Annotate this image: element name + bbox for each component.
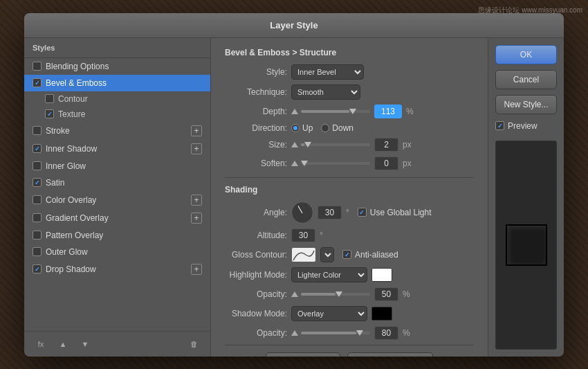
highlight-opacity-slider-track[interactable] (301, 293, 370, 296)
shadow-color-swatch[interactable] (371, 307, 392, 321)
move-up-button[interactable]: ▲ (55, 337, 71, 351)
pattern-overlay-checkbox[interactable] (33, 231, 42, 240)
size-slider-track[interactable] (301, 143, 370, 146)
sidebar-item-blending-options[interactable]: Blending Options (24, 58, 210, 75)
inner-shadow-add-button[interactable]: + (191, 143, 202, 154)
depth-slider-start[interactable] (291, 109, 298, 114)
shadow-opacity-slider-start[interactable] (291, 330, 298, 336)
soften-slider-start[interactable] (291, 161, 298, 166)
drop-shadow-add-button[interactable]: + (191, 264, 202, 275)
preview-box (495, 141, 557, 350)
altitude-unit: ° (320, 231, 323, 240)
direction-down-label: Down (332, 123, 353, 133)
stroke-checkbox[interactable] (33, 126, 42, 135)
altitude-label: Altitude: (225, 231, 287, 240)
angle-dial[interactable] (291, 201, 313, 224)
sidebar-item-stroke[interactable]: Stroke + (24, 122, 210, 140)
sidebar-item-color-overlay[interactable]: Color Overlay + (24, 191, 210, 209)
preview-checkbox[interactable] (495, 121, 504, 130)
soften-label: Soften: (225, 159, 287, 168)
section-title: Bevel & Emboss > Structure (225, 48, 474, 57)
style-row: Style: Inner Bevel Outer Bevel Emboss Pi… (225, 64, 474, 80)
gradient-overlay-checkbox[interactable] (33, 213, 42, 222)
satin-label: Satin (46, 178, 64, 188)
preview-label: Preview (508, 121, 538, 131)
depth-slider-track[interactable] (301, 110, 370, 113)
dialog-title: Layer Style (270, 20, 318, 30)
shadow-mode-row: Shadow Mode: Overlay Normal Screen Multi… (225, 306, 474, 321)
sidebar-item-contour[interactable]: Contour (24, 91, 210, 107)
soften-slider-track[interactable] (301, 162, 370, 165)
highlight-mode-select[interactable]: Lighter Color Normal Screen Multiply Ove… (291, 267, 367, 282)
outer-glow-label: Outer Glow (46, 247, 88, 257)
make-default-button[interactable]: Make Default (266, 352, 341, 357)
shadow-mode-label: Shadow Mode: (225, 309, 287, 318)
technique-row: Technique: Smooth Chisel Hard Chisel Sof… (225, 84, 474, 100)
move-down-button[interactable]: ▼ (77, 337, 93, 351)
soften-row: Soften: px (225, 156, 474, 170)
reset-to-default-button[interactable]: Reset to Default (347, 352, 433, 357)
styles-header: Styles (24, 38, 210, 58)
sidebar-item-inner-shadow[interactable]: Inner Shadow + (24, 140, 210, 158)
use-global-light-checkbox[interactable] (358, 208, 367, 217)
sidebar-item-pattern-overlay[interactable]: Pattern Overlay (24, 227, 210, 244)
inner-glow-label: Inner Glow (46, 161, 86, 171)
cancel-button[interactable]: Cancel (495, 70, 557, 89)
color-overlay-checkbox[interactable] (33, 195, 42, 204)
gradient-overlay-add-button[interactable]: + (191, 213, 202, 224)
angle-dial-indicator (298, 206, 303, 213)
delete-button[interactable]: 🗑 (185, 337, 202, 351)
size-input[interactable] (374, 138, 398, 152)
inner-glow-checkbox[interactable] (33, 161, 42, 170)
shadow-opacity-slider-track[interactable] (301, 332, 370, 334)
sidebar-item-drop-shadow[interactable]: Drop Shadow + (24, 260, 210, 278)
inner-shadow-label: Inner Shadow (46, 144, 97, 154)
blending-options-checkbox[interactable] (33, 62, 42, 71)
sidebar-item-outer-glow[interactable]: Outer Glow (24, 244, 210, 260)
sidebar-item-inner-glow[interactable]: Inner Glow (24, 158, 210, 174)
outer-glow-checkbox[interactable] (33, 247, 42, 256)
drop-shadow-checkbox[interactable] (33, 264, 42, 273)
watermark-text: 思缘设计论坛 www.missyuan.com (478, 6, 582, 15)
fx-button[interactable]: fx (33, 337, 49, 351)
bevel-emboss-checkbox[interactable] (33, 78, 42, 87)
stroke-label: Stroke (46, 126, 70, 136)
highlight-color-swatch[interactable] (371, 268, 392, 282)
style-select[interactable]: Inner Bevel Outer Bevel Emboss Pillow Em… (291, 64, 364, 80)
sidebar-item-satin[interactable]: Satin (24, 174, 210, 191)
left-panel-footer: fx ▲ ▼ 🗑 (24, 331, 210, 357)
style-label: Style: (225, 67, 287, 77)
highlight-opacity-input[interactable] (374, 287, 398, 301)
shadow-mode-select[interactable]: Overlay Normal Screen Multiply Darken (291, 306, 367, 321)
direction-down-option[interactable]: Down (321, 123, 353, 133)
soften-input[interactable] (374, 156, 398, 170)
sidebar-item-bevel-emboss[interactable]: Bevel & Emboss (24, 75, 210, 91)
anti-aliased-checkbox[interactable] (342, 250, 351, 259)
direction-down-radio[interactable] (321, 124, 329, 132)
stroke-add-button[interactable]: + (191, 125, 202, 136)
direction-up-radio[interactable] (291, 124, 300, 132)
ok-button[interactable]: OK (495, 45, 557, 64)
inner-shadow-checkbox[interactable] (33, 144, 42, 153)
size-slider-start[interactable] (291, 142, 298, 147)
technique-select[interactable]: Smooth Chisel Hard Chisel Soft (291, 84, 360, 100)
contour-checkbox[interactable] (45, 94, 54, 103)
angle-input[interactable] (318, 206, 342, 219)
sidebar-item-texture[interactable]: Texture (24, 107, 210, 122)
gloss-contour-preview[interactable] (291, 247, 316, 262)
direction-row: Direction: Up Down (225, 123, 474, 133)
gloss-contour-select[interactable] (320, 247, 334, 262)
depth-input[interactable] (374, 105, 402, 118)
color-overlay-add-button[interactable]: + (191, 195, 202, 206)
direction-up-label: Up (302, 123, 313, 133)
texture-checkbox[interactable] (45, 109, 54, 118)
anti-aliased-row: Anti-aliased (342, 250, 398, 260)
use-global-light-row: Use Global Light (358, 208, 432, 217)
new-style-button[interactable]: New Style... (495, 95, 557, 114)
direction-up-option[interactable]: Up (291, 123, 313, 133)
sidebar-item-gradient-overlay[interactable]: Gradient Overlay + (24, 209, 210, 227)
satin-checkbox[interactable] (33, 178, 42, 187)
shadow-opacity-input[interactable] (374, 326, 398, 340)
highlight-opacity-slider-start[interactable] (291, 291, 298, 297)
altitude-input[interactable] (291, 228, 315, 242)
